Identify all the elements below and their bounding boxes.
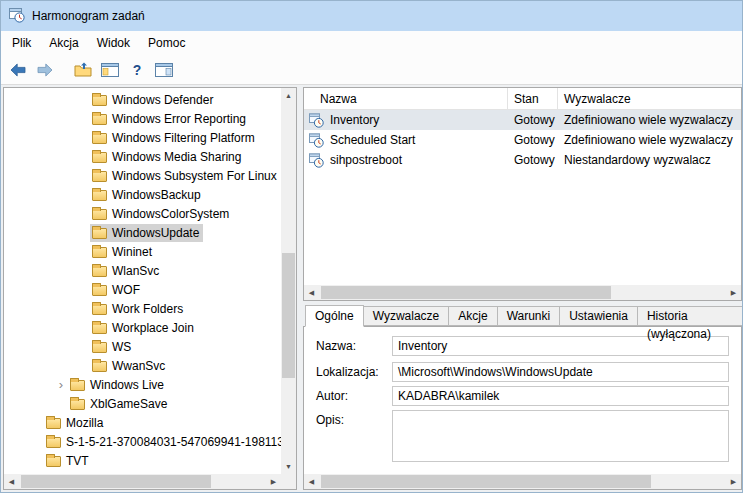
tree-item[interactable]: Windows Error Reporting bbox=[4, 109, 281, 128]
scrollbar-thumb[interactable] bbox=[321, 475, 651, 488]
folder-icon bbox=[92, 171, 107, 182]
tree-item-label: Windows Live bbox=[90, 378, 164, 392]
scrollbar-thumb[interactable] bbox=[21, 475, 211, 488]
task-triggers: Zdefiniowano wiele wyzwalaczy bbox=[558, 113, 741, 127]
task-icon bbox=[309, 113, 324, 128]
show-action-pane-button[interactable] bbox=[152, 58, 176, 82]
task-icon bbox=[309, 133, 324, 148]
tree-item[interactable]: WindowsBackup bbox=[4, 185, 281, 204]
tree-item-label: Windows Error Reporting bbox=[112, 112, 246, 126]
folder-icon bbox=[92, 285, 107, 296]
tree-item[interactable]: Windows Media Sharing bbox=[4, 147, 281, 166]
scrollbar-corner bbox=[281, 474, 296, 489]
scrollbar-track[interactable] bbox=[319, 285, 726, 300]
author-label: Autor: bbox=[316, 386, 392, 406]
tree-item[interactable]: S-1-5-21-370084031-547069941-1981133 bbox=[4, 432, 281, 451]
tree-item-label: Windows Defender bbox=[112, 93, 213, 107]
tree-item[interactable]: Workplace Join bbox=[4, 318, 281, 337]
scroll-right-button[interactable]: ▶ bbox=[726, 285, 741, 300]
tab-historia[interactable]: Historia (wyłączona) bbox=[637, 306, 743, 326]
folder-up-icon bbox=[74, 62, 92, 77]
menu-item-pomoc[interactable]: Pomoc bbox=[139, 32, 194, 54]
tree-item[interactable]: WS bbox=[4, 337, 281, 356]
tree-item[interactable]: Mozilla bbox=[4, 413, 281, 432]
task-row-inventory[interactable]: Inventory Gotowy Zdefiniowano wiele wyzw… bbox=[304, 110, 741, 130]
tab-wyzwalacze[interactable]: Wyzwalacze bbox=[363, 306, 450, 326]
back-arrow-icon bbox=[10, 63, 26, 77]
scroll-left-button[interactable]: ◀ bbox=[4, 474, 19, 489]
task-triggers: Zdefiniowano wiele wyzwalaczy bbox=[558, 133, 741, 147]
task-state: Gotowy bbox=[508, 113, 558, 127]
chevron-right-icon[interactable]: › bbox=[54, 378, 68, 391]
tree-item-windows-live[interactable]: ›Windows Live bbox=[4, 375, 281, 394]
column-header-wyzwalacze[interactable]: Wyzwalacze bbox=[558, 88, 741, 109]
help-button[interactable]: ? bbox=[125, 58, 149, 82]
title-bar[interactable]: Harmonogram zadań bbox=[1, 1, 742, 31]
action-pane-icon bbox=[155, 63, 173, 77]
folder-icon bbox=[92, 228, 107, 239]
menu-item-widok[interactable]: Widok bbox=[88, 32, 139, 54]
tree-item[interactable]: WOF bbox=[4, 280, 281, 299]
tree-item-label: XblGameSave bbox=[90, 397, 167, 411]
tree-horizontal-scrollbar[interactable]: ◀ ▶ bbox=[4, 474, 281, 489]
task-name: Inventory bbox=[330, 113, 379, 127]
tab-ogolne[interactable]: Ogólne bbox=[305, 305, 364, 327]
tree-item-label: WS bbox=[112, 340, 131, 354]
tree-item[interactable]: Windows Subsystem For Linux bbox=[4, 166, 281, 185]
scroll-right-button[interactable]: ▶ bbox=[266, 474, 281, 489]
tree-item[interactable]: Wininet bbox=[4, 242, 281, 261]
tree-item-windowsupdate[interactable]: WindowsUpdate bbox=[4, 223, 281, 242]
tree-item-label: Windows Media Sharing bbox=[112, 150, 241, 164]
scrollbar-thumb[interactable] bbox=[321, 286, 611, 299]
tab-warunki[interactable]: Warunki bbox=[497, 306, 561, 326]
tree-item[interactable]: Windows Filtering Platform bbox=[4, 128, 281, 147]
show-console-tree-button[interactable] bbox=[98, 58, 122, 82]
tab-ustawienia[interactable]: Ustawienia bbox=[559, 306, 638, 326]
scroll-right-button[interactable]: ▶ bbox=[726, 474, 741, 489]
folder-icon bbox=[46, 418, 61, 429]
tree-item-label: Windows Filtering Platform bbox=[112, 131, 255, 145]
menu-bar: Plik Akcja Widok Pomoc bbox=[1, 31, 742, 55]
task-list-panel: Nazwa Stan Wyzwalacze Inventory Gotowy Z… bbox=[303, 87, 742, 301]
scroll-down-button[interactable]: ▼ bbox=[281, 459, 296, 474]
author-field[interactable]: KADABRA\kamilek bbox=[392, 386, 729, 406]
task-row-scheduled-start[interactable]: Scheduled Start Gotowy Zdefiniowano wiel… bbox=[304, 130, 741, 150]
tab-akcje[interactable]: Akcje bbox=[448, 306, 497, 326]
tree-item[interactable]: WlanSvc bbox=[4, 261, 281, 280]
scrollbar-track[interactable] bbox=[319, 474, 726, 489]
scroll-left-button[interactable]: ◀ bbox=[304, 285, 319, 300]
location-field[interactable]: \Microsoft\Windows\WindowsUpdate bbox=[392, 362, 729, 382]
task-list-horizontal-scrollbar[interactable]: ◀ ▶ bbox=[304, 285, 741, 300]
tree-item[interactable]: WindowsColorSystem bbox=[4, 204, 281, 223]
tree-item[interactable]: WwanSvc bbox=[4, 356, 281, 375]
tree-item-label: WlanSvc bbox=[112, 264, 159, 278]
details-tab-strip: Ogólne Wyzwalacze Akcje Warunki Ustawien… bbox=[303, 305, 742, 327]
task-row-sihpostreboot[interactable]: sihpostreboot Gotowy Niestandardowy wyzw… bbox=[304, 150, 741, 170]
scrollbar-track[interactable] bbox=[19, 474, 266, 489]
description-label: Opis: bbox=[316, 410, 392, 462]
forward-arrow-icon bbox=[37, 63, 53, 77]
menu-item-akcja[interactable]: Akcja bbox=[40, 32, 87, 54]
task-triggers: Niestandardowy wyzwalacz bbox=[558, 153, 741, 167]
folder-icon bbox=[46, 437, 61, 448]
help-icon: ? bbox=[133, 62, 142, 78]
scrollbar-track[interactable] bbox=[281, 103, 296, 459]
tree-vertical-scrollbar[interactable]: ▲ ▼ bbox=[281, 88, 296, 474]
back-button[interactable] bbox=[6, 58, 30, 82]
forward-button[interactable] bbox=[33, 58, 57, 82]
menu-item-plik[interactable]: Plik bbox=[3, 32, 40, 54]
tree-item[interactable]: XblGameSave bbox=[4, 394, 281, 413]
up-one-level-button[interactable] bbox=[71, 58, 95, 82]
description-field[interactable] bbox=[392, 410, 729, 462]
tree-item[interactable]: Windows Defender bbox=[4, 90, 281, 109]
toolbar-separator bbox=[60, 69, 68, 70]
column-header-nazwa[interactable]: Nazwa bbox=[304, 88, 508, 109]
scroll-up-button[interactable]: ▲ bbox=[281, 88, 296, 103]
tree-item[interactable]: Work Folders bbox=[4, 299, 281, 318]
scrollbar-thumb[interactable] bbox=[282, 253, 295, 378]
scroll-left-button[interactable]: ◀ bbox=[304, 474, 319, 489]
details-horizontal-scrollbar[interactable]: ◀ ▶ bbox=[304, 474, 741, 489]
tree-item[interactable]: TVT bbox=[4, 451, 281, 470]
tree-item-label: WindowsBackup bbox=[112, 188, 201, 202]
column-header-stan[interactable]: Stan bbox=[508, 88, 558, 109]
